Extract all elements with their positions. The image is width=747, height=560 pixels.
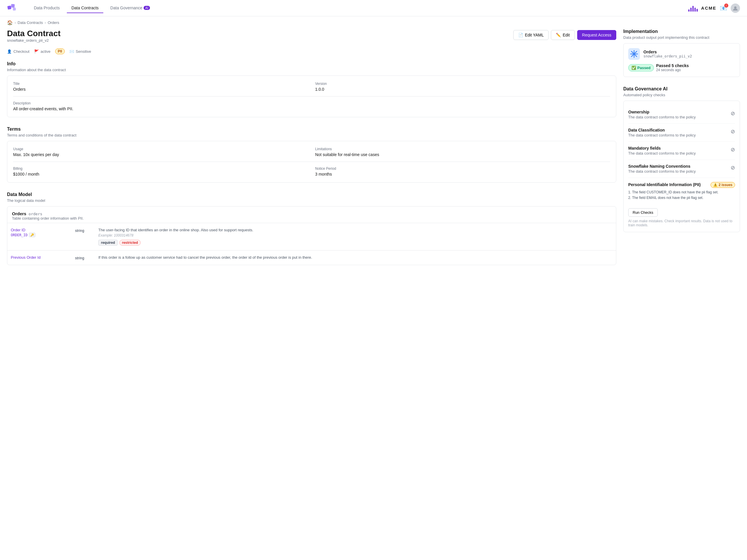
version-field: Version 1.0.0 [315,82,610,91]
implementation-card: Orders snowflake_orders_pii_v2 ✅ Passed … [623,43,740,77]
data-model-section: Data Model The logical data model Orders… [7,192,616,265]
user-avatar[interactable] [731,3,740,13]
table-row: Previous Order Id string If this order i… [7,250,616,265]
field-code: ORDER_ID [11,233,28,237]
terms-grid: Usage Max. 10x queries per day Limitatio… [13,147,610,157]
field-name-cell: Order ID ORDER_ID 🔑 [7,223,72,250]
gov-item-mandatory-fields: Mandatory fields The data contract confo… [628,142,735,160]
field-desc-cell: The user-facing ID that identifies an or… [95,223,616,250]
page-title: Data Contract [7,29,61,38]
data-model-subtitle: The logical data model [7,198,616,203]
edit-yaml-button[interactable]: 📄 Edit YAML [513,30,549,40]
info-section: Info Information about the data contract… [7,61,616,117]
page-header: Data Contract snowflake_orders_pii_v2 📄 … [7,29,616,46]
gov-pii-header: Personal Identifiable Information (PII) … [628,182,735,188]
company-name: ACME [701,5,716,10]
logo[interactable] [7,3,18,14]
usage-field: Usage Max. 10x queries per day [13,147,308,157]
run-checks-button[interactable]: Run Checks [628,208,658,217]
ai-badge: AI [144,6,150,10]
main-content: Data Contract snowflake_orders_pii_v2 📄 … [0,29,747,282]
table-header-info: Orders orders Table containing order inf… [7,207,616,223]
header-buttons: 📄 Edit YAML ✏️ Edit Request Access [513,30,616,40]
required-badge: required [98,240,118,246]
notif-badge: ! [724,3,728,7]
info-title: Info [7,61,616,66]
governance-section: Data Governance AI Automated policy chec… [623,86,740,232]
checks-info: Passed 5 checks 24 seconds ago [656,63,689,72]
avatar-icon [733,5,738,11]
check-pass-icon: ⊘ [731,110,735,117]
terms-section: Terms Terms and conditions of the data c… [7,127,616,183]
field-name-link[interactable]: Order ID [11,228,68,232]
flag-icon: 🚩 [34,49,39,54]
gov-item-info: Mandatory fields The data contract confo… [628,146,696,156]
info-subtitle: Information about the data contract [7,68,616,72]
navigation: Data Products Data Contracts Data Govern… [0,0,747,16]
home-icon[interactable]: 🏠 [7,20,13,25]
info-card: Title Orders Version 1.0.0 Description A… [7,76,616,117]
key-icon: 🔑 [29,233,35,237]
issues-badge: ⚠️ 2 issues [711,182,735,188]
table-row: Order ID ORDER_ID 🔑 string The user-faci… [7,223,616,250]
svg-point-8 [633,53,635,55]
nav-data-products[interactable]: Data Products [29,3,65,13]
gov-item-pii: Personal Identifiable Information (PII) … [628,178,735,205]
governance-card: Ownership The data contract conforms to … [623,101,740,232]
terms-subtitle: Terms and conditions of the data contrac… [7,133,616,137]
field-type-cell-2: string [72,250,95,265]
info-grid: Title Orders Version 1.0.0 [13,82,610,91]
edit-button[interactable]: ✏️ Edit [551,30,574,40]
checkout-icon: 👤 [7,49,12,54]
logo-icon [7,3,18,14]
meta-sensitive: ✉️ Sensitive [70,49,91,54]
nav-data-governance[interactable]: Data Governance AI [106,3,155,13]
gov-subtitle: Automated policy checks [623,93,740,97]
breadcrumb-data-contracts[interactable]: Data Contracts [18,20,43,25]
terms-divider [13,162,610,162]
check-circle-icon: ✅ [632,65,636,70]
issue-1: 1. The field CUSTOMER_ID does not have t… [628,190,718,195]
field-type-cell: string [72,223,95,250]
gov-item-data-classification: Data Classification The data contract co… [628,124,735,142]
notice-field: Notice Period 3 months [315,166,610,177]
breadcrumb-sep-1: › [15,20,16,25]
right-panel: Implementation Data product output port … [623,29,740,274]
info-divider [13,96,610,97]
gov-item-info: Data Classification The data contract co… [628,128,696,137]
nav-links: Data Products Data Contracts Data Govern… [29,3,679,13]
issues-list: 1. The field CUSTOMER_ID does not have t… [628,190,718,201]
nav-right: ACME 📧 ! [688,3,740,13]
terms-title: Terms [7,127,616,132]
impl-logo [628,48,640,60]
data-model-card: Orders orders Table containing order inf… [7,206,616,265]
passed-status: ✅ Passed [628,64,654,72]
edit-icon: ✏️ [556,33,561,37]
impl-title: Implementation [623,29,740,34]
left-panel: Data Contract snowflake_orders_pii_v2 📄 … [7,29,616,274]
terms-grid-2: Billing $1000 / month Notice Period 3 mo… [13,166,610,177]
breadcrumb-current: Orders [48,20,59,25]
snowflake-icon [630,50,638,58]
svg-point-3 [734,6,737,9]
nav-data-contracts[interactable]: Data Contracts [67,3,103,13]
description-field: Description All order-created events, wi… [13,101,610,111]
terms-card: Usage Max. 10x queries per day Limitatio… [7,141,616,183]
svg-rect-0 [7,5,11,10]
meta-checkout: 👤 Checkout [7,49,29,54]
request-access-button[interactable]: Request Access [577,30,616,40]
impl-subtitle: Data product output port implementing th… [623,35,740,40]
breadcrumb: 🏠 › Data Contracts › Orders [0,16,747,29]
issue-2: 2. The field EMAIL does not have the pii… [628,195,718,201]
data-model-title: Data Model [7,192,616,197]
svg-rect-1 [11,4,15,7]
field-name-cell-2: Previous Order Id [7,250,72,265]
field-name-link-2[interactable]: Previous Order Id [11,255,68,260]
impl-product: Orders snowflake_orders_pii_v2 [628,48,735,60]
gov-item-info: Snowflake Naming Conventions The data co… [628,164,696,174]
notification-icon[interactable]: 📧 ! [720,5,727,12]
billing-field: Billing $1000 / month [13,166,308,177]
ai-note: AI can make mistakes. Check important re… [628,219,735,227]
page-title-group: Data Contract snowflake_orders_pii_v2 [7,29,61,46]
page-meta: 👤 Checkout 🚩 active PII ✉️ Sensitive [7,48,616,54]
